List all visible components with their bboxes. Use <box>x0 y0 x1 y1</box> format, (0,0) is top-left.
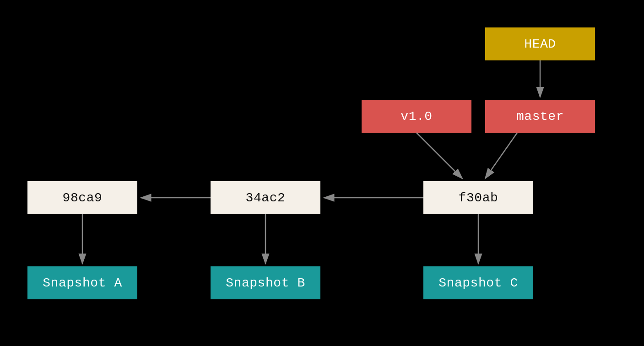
node-master: master <box>485 100 595 133</box>
node-v1-0: v1.0 <box>362 100 471 133</box>
node-head: HEAD <box>485 27 595 60</box>
f30ab-label: f30ab <box>459 191 498 205</box>
34ac2-label: 34ac2 <box>246 191 286 205</box>
snapshot-b-label: Snapshot B <box>226 276 305 290</box>
svg-line-3 <box>485 133 517 178</box>
master-label: master <box>516 109 564 124</box>
node-f30ab: f30ab <box>423 181 533 214</box>
v1-0-label: v1.0 <box>400 109 432 124</box>
node-98ca9: 98ca9 <box>27 181 137 214</box>
snapshot-a-label: Snapshot A <box>43 276 122 290</box>
snapshot-c-label: Snapshot C <box>438 276 518 290</box>
head-label: HEAD <box>524 37 556 51</box>
node-snapshot-a: Snapshot A <box>27 266 137 299</box>
node-34ac2: 34ac2 <box>211 181 320 214</box>
98ca9-label: 98ca9 <box>63 191 103 205</box>
node-snapshot-b: Snapshot B <box>211 266 320 299</box>
svg-line-2 <box>417 133 462 178</box>
node-snapshot-c: Snapshot C <box>423 266 533 299</box>
git-diagram: HEAD master v1.0 f30ab 34ac2 98ca9 Snaps… <box>0 0 644 346</box>
